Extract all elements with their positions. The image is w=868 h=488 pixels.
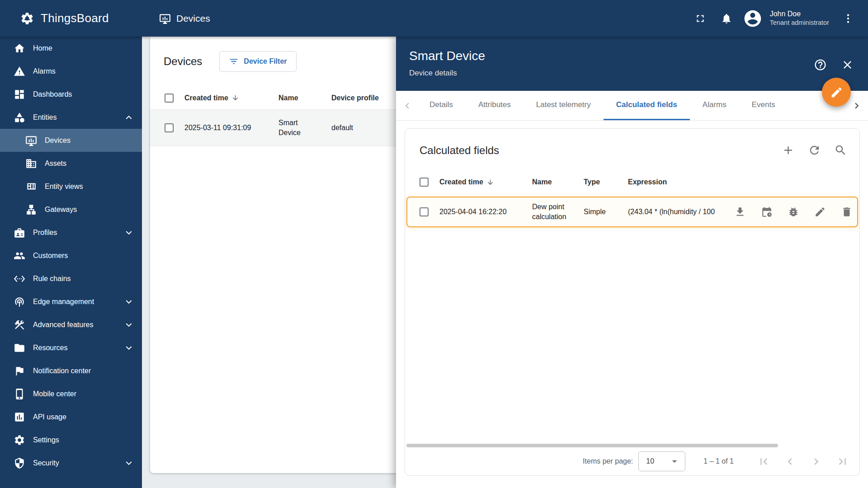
- smartphone-icon: [14, 388, 25, 400]
- user-avatar[interactable]: [743, 9, 763, 28]
- chevron-down-icon[interactable]: [123, 227, 135, 239]
- sidebar-item-security[interactable]: Security: [0, 451, 142, 474]
- sidebar-item-api-usage[interactable]: API usage: [0, 405, 142, 428]
- tab-alarms[interactable]: Alarms: [690, 91, 739, 120]
- column-name[interactable]: Name: [278, 94, 331, 102]
- sidebar-item-label: Profiles: [33, 229, 57, 237]
- row-checkbox[interactable]: [420, 207, 429, 216]
- sidebar-item-notification-center[interactable]: Notification center: [0, 359, 142, 382]
- sidebar-item-label: Rule chains: [33, 275, 71, 283]
- chart-icon: [14, 411, 25, 423]
- main-content: Devices Device Filter Created time Name …: [142, 37, 868, 488]
- topbar-actions: John Doe Tenant administrator: [690, 0, 858, 37]
- sidebar-item-devices[interactable]: Devices: [0, 129, 142, 152]
- sidebar-item-edge-management[interactable]: Edge management: [0, 290, 142, 313]
- tab-latest-telemetry[interactable]: Latest telemetry: [524, 91, 604, 120]
- settings-ethernet-icon: [14, 273, 25, 285]
- chevron-down-icon[interactable]: [123, 342, 135, 354]
- column-created-time[interactable]: Created time: [184, 94, 278, 102]
- sidebar-item-profiles[interactable]: Profiles: [0, 221, 142, 244]
- cell-expression: (243.04 * (ln(humidity / 100: [628, 208, 730, 216]
- sidebar-item-resources[interactable]: Resources: [0, 336, 142, 359]
- tab-events[interactable]: Events: [739, 91, 788, 120]
- sidebar-item-label: Advanced features: [33, 321, 93, 329]
- tab-details[interactable]: Details: [417, 91, 466, 120]
- horizontal-scrollbar-thumb[interactable]: [406, 444, 778, 447]
- column-device-profile[interactable]: Device profile: [331, 94, 404, 102]
- calculated-fields-column-header-row: Created time Name Type Expression: [405, 172, 859, 192]
- more-menu-kebab-button[interactable]: [838, 9, 858, 28]
- sidebar-item-home[interactable]: Home: [0, 37, 142, 60]
- sidebar-item-alarms[interactable]: Alarms: [0, 60, 142, 83]
- previous-page-button[interactable]: [780, 451, 800, 471]
- help-button[interactable]: [810, 55, 830, 75]
- column-name[interactable]: Name: [532, 178, 584, 186]
- details-header-actions: [810, 55, 857, 75]
- device-filter-button[interactable]: Device Filter: [219, 51, 296, 72]
- home-icon: [14, 42, 25, 54]
- chevron-up-icon[interactable]: [123, 112, 135, 123]
- tab-attributes[interactable]: Attributes: [466, 91, 524, 120]
- calculated-field-row-highlighted[interactable]: 2025-04-04 16:22:20 Dew point calculatio…: [406, 197, 858, 227]
- sidebar-item-gateways[interactable]: Gateways: [0, 198, 142, 221]
- view-quilt-icon: [25, 181, 37, 192]
- page-size-select[interactable]: 10: [638, 451, 685, 471]
- calculated-fields-header: Calculated fields: [405, 129, 859, 172]
- column-type[interactable]: Type: [584, 178, 628, 186]
- events-calendar-button[interactable]: [757, 202, 777, 222]
- chevron-down-icon[interactable]: [123, 296, 135, 308]
- next-page-button[interactable]: [806, 451, 826, 471]
- refresh-button[interactable]: [804, 141, 824, 160]
- cell-name: Dew point calculation: [532, 202, 584, 221]
- breadcrumb: Devices: [159, 0, 210, 37]
- sidebar-item-assets[interactable]: Assets: [0, 152, 142, 175]
- last-page-button[interactable]: [832, 451, 852, 471]
- sidebar-item-dashboards[interactable]: Dashboards: [0, 83, 142, 106]
- sidebar-item-label: Dashboards: [33, 90, 72, 99]
- delete-trash-button[interactable]: [837, 202, 857, 222]
- sidebar-item-rule-chains[interactable]: Rule chains: [0, 267, 142, 290]
- select-all-checkbox[interactable]: [165, 94, 174, 103]
- user-role: Tenant administrator: [770, 19, 829, 27]
- details-panel-body: Calculated fields: [396, 121, 868, 488]
- brand[interactable]: ThingsBoard: [20, 0, 109, 37]
- dashboard-icon: [14, 89, 25, 100]
- page-size-value: 10: [646, 457, 654, 465]
- chevron-down-icon[interactable]: [123, 319, 135, 331]
- select-all-checkbox[interactable]: [420, 178, 429, 187]
- chevron-down-icon[interactable]: [123, 457, 135, 469]
- wifi-tethering-icon: [14, 296, 25, 308]
- row-checkbox[interactable]: [165, 123, 174, 132]
- export-download-button[interactable]: [730, 202, 750, 222]
- cell-created-time: 2025-04-04 16:22:20: [439, 208, 532, 216]
- category-icon: [14, 112, 25, 123]
- devices-icon: [159, 13, 171, 24]
- sidebar-item-entities[interactable]: Entities: [0, 106, 142, 129]
- pagination-range: 1 – 1 of 1: [703, 457, 734, 465]
- notifications-bell-button[interactable]: [717, 9, 736, 28]
- sidebar-item-mobile-center[interactable]: Mobile center: [0, 382, 142, 405]
- column-label: Name: [278, 94, 298, 102]
- close-icon[interactable]: [837, 55, 857, 75]
- tab-calculated-fields[interactable]: Calculated fields: [604, 91, 690, 120]
- column-expression[interactable]: Expression: [628, 178, 730, 186]
- sidebar-item-advanced-features[interactable]: Advanced features: [0, 313, 142, 336]
- sidebar-item-customers[interactable]: Customers: [0, 244, 142, 267]
- edit-pencil-button[interactable]: [810, 202, 830, 222]
- sidebar-item-label: API usage: [33, 413, 66, 421]
- column-label: Name: [532, 178, 552, 186]
- calculated-fields-card: Calculated fields: [405, 128, 860, 476]
- column-created-time[interactable]: Created time: [439, 178, 532, 186]
- tabs-scroll-left-chevron[interactable]: [398, 91, 417, 120]
- search-icon[interactable]: [830, 141, 850, 160]
- debug-bug-button[interactable]: [783, 202, 803, 222]
- fullscreen-button[interactable]: [690, 9, 710, 28]
- column-label: Device profile: [331, 94, 379, 102]
- badge-icon: [14, 227, 25, 239]
- edit-fab-button[interactable]: [822, 78, 851, 107]
- add-calculated-field-button[interactable]: [778, 141, 798, 160]
- flag-icon: [14, 365, 25, 377]
- sidebar-item-settings[interactable]: Settings: [0, 428, 142, 451]
- sidebar-item-entity-views[interactable]: Entity views: [0, 175, 142, 198]
- first-page-button[interactable]: [754, 451, 774, 471]
